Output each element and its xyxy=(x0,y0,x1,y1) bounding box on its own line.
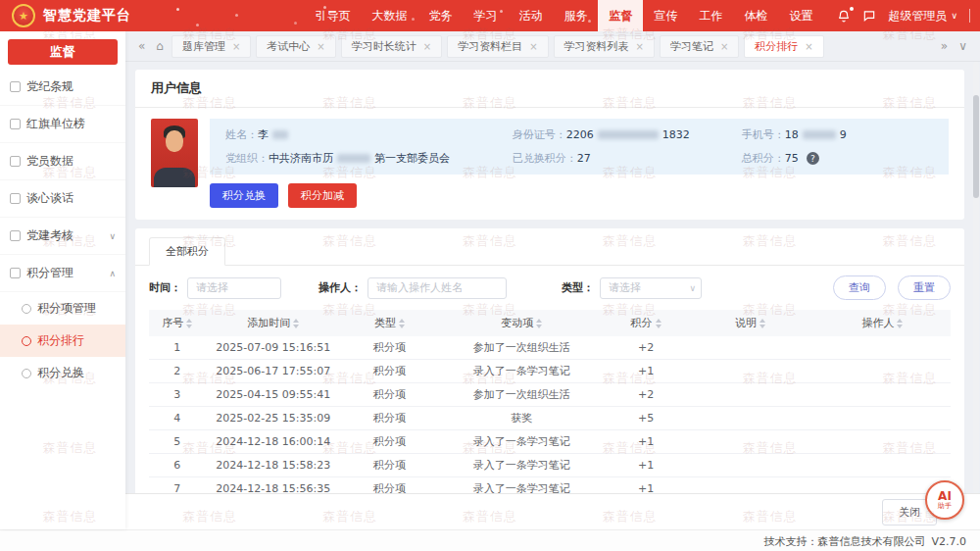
column-header[interactable]: 说明 xyxy=(686,310,814,336)
type-filter-select[interactable]: ∨ xyxy=(600,277,702,299)
workspace-tabs: 题库管理×考试中心×学习时长统计×学习资料栏目×学习资料列表×学习笔记×积分排行… xyxy=(172,35,824,58)
sidebar-item[interactable]: 谈心谈话 xyxy=(0,180,125,218)
vertical-scrollbar[interactable] xyxy=(973,62,979,493)
help-icon[interactable]: ? xyxy=(807,152,819,165)
workspace-tab[interactable]: 学习时长统计× xyxy=(341,35,442,58)
top-nav-item[interactable]: 学习 xyxy=(463,0,508,31)
sidebar-item[interactable]: 党纪条规 xyxy=(0,69,125,106)
workspace-tab[interactable]: 学习笔记× xyxy=(660,35,739,58)
top-nav-item[interactable]: 宣传 xyxy=(643,0,688,31)
workspace-tab[interactable]: 积分排行× xyxy=(744,35,823,58)
sort-desc-icon xyxy=(760,325,765,328)
workspace-tab[interactable]: 学习资料栏目× xyxy=(447,35,548,58)
ai-badge-text: AI xyxy=(938,491,952,502)
field-name: 姓名： 李 xyxy=(225,127,513,142)
sort-icon[interactable] xyxy=(536,319,542,328)
close-tab-icon[interactable]: × xyxy=(423,41,431,52)
user-main: 姓名： 李 身份证号： 2206 1832 xyxy=(210,119,949,208)
column-header[interactable]: 添加时间 xyxy=(205,310,341,336)
top-nav-item[interactable]: 设置 xyxy=(778,0,823,31)
top-nav-item[interactable]: 党务 xyxy=(417,0,463,31)
column-header[interactable]: 变动项 xyxy=(437,310,606,336)
close-tab-icon[interactable]: × xyxy=(529,41,537,52)
sidebar-item[interactable]: 积分管理∧ xyxy=(0,255,125,292)
column-header[interactable]: 积分 xyxy=(606,310,686,336)
name-label: 姓名： xyxy=(225,127,258,142)
top-nav-item[interactable]: 大数据 xyxy=(361,0,417,31)
column-header[interactable]: 序号 xyxy=(149,310,205,336)
tab-all-points[interactable]: 全部积分 xyxy=(149,237,225,266)
sidebar-item[interactable]: 积分兑换 xyxy=(0,357,125,389)
table-cell xyxy=(686,454,814,477)
column-header-label: 类型 xyxy=(374,317,396,329)
search-button[interactable]: 查询 xyxy=(833,276,886,300)
table-cell: 获奖 xyxy=(437,407,606,430)
sort-icon[interactable] xyxy=(399,319,405,328)
operator-filter-input[interactable] xyxy=(368,277,507,299)
table-cell: 录入了一条学习笔记 xyxy=(437,430,606,454)
scroll-tabs-right-icon[interactable]: » xyxy=(938,39,951,53)
sort-icon[interactable] xyxy=(760,319,765,328)
table-cell: 积分项 xyxy=(341,360,437,383)
workspace-tab[interactable]: 题库管理× xyxy=(172,35,251,58)
close-tab-icon[interactable]: × xyxy=(636,41,644,52)
tab-actions-dropdown-icon[interactable]: ∨ xyxy=(956,39,970,53)
menu-item-label: 红旗单位榜 xyxy=(26,116,85,132)
tab-label: 考试中心 xyxy=(267,39,310,54)
time-filter-input[interactable] xyxy=(187,277,281,299)
collapse-tabs-icon[interactable]: « xyxy=(135,39,148,53)
close-tab-icon[interactable]: × xyxy=(805,41,812,52)
menu-item-icon xyxy=(10,268,21,278)
reset-button[interactable]: 重置 xyxy=(898,276,951,300)
table-row[interactable]: 72024-12-18 15:56:35积分项录入了一条学习笔记+1 xyxy=(149,477,951,494)
close-tab-icon[interactable]: × xyxy=(720,41,728,52)
scrollbar-thumb[interactable] xyxy=(973,95,979,198)
top-nav-item[interactable]: 活动 xyxy=(508,0,553,31)
divider xyxy=(969,9,970,23)
table-row[interactable]: 52024-12-18 16:00:14积分项录入了一条学习笔记+1 xyxy=(149,430,951,454)
bell-icon[interactable] xyxy=(837,9,851,23)
top-nav-item[interactable]: 服务 xyxy=(553,0,598,31)
table-row[interactable]: 22025-06-17 17:55:07积分项录入了一条学习笔记+1 xyxy=(149,360,951,383)
table-cell: 2024-12-18 15:56:35 xyxy=(205,477,341,494)
points-subtab-row: 全部积分 xyxy=(135,228,964,266)
top-nav-item[interactable]: 工作 xyxy=(688,0,733,31)
menu-item-icon xyxy=(22,304,31,314)
sort-icon[interactable] xyxy=(656,319,662,328)
org-prefix: 中共济南市历 xyxy=(269,151,333,166)
top-nav-item[interactable]: 体检 xyxy=(733,0,778,31)
column-header[interactable]: 操作人 xyxy=(814,310,951,336)
user-menu[interactable]: 超级管理员 ∨ xyxy=(888,8,957,25)
top-nav-item[interactable]: 监督 xyxy=(598,0,643,31)
sort-icon[interactable] xyxy=(293,319,299,328)
sidebar-item[interactable]: 红旗单位榜 xyxy=(0,106,125,143)
top-nav-item[interactable]: 引导页 xyxy=(304,0,361,31)
sort-desc-icon xyxy=(186,325,192,328)
table-row[interactable]: 42025-02-25 15:35:09积分项获奖+5 xyxy=(149,407,951,430)
field-id-number: 身份证号： 2206 1832 xyxy=(513,127,742,142)
workspace-tab[interactable]: 考试中心× xyxy=(256,35,335,58)
sort-icon[interactable] xyxy=(186,319,192,328)
tab-label: 学习笔记 xyxy=(670,39,713,54)
table-row[interactable]: 62024-12-18 15:58:23积分项录入了一条学习笔记+1 xyxy=(149,454,951,477)
points-exchange-button[interactable]: 积分兑换 xyxy=(210,183,278,208)
type-filter-input[interactable] xyxy=(600,277,702,299)
table-row[interactable]: 12025-07-09 15:16:51积分项参加了一次组织生活+2 xyxy=(149,336,951,360)
points-adjust-button[interactable]: 积分加减 xyxy=(288,183,357,208)
ai-assistant-badge[interactable]: AI 助手 xyxy=(925,480,964,520)
sort-icon[interactable] xyxy=(897,319,903,328)
table-cell: +1 xyxy=(606,360,686,383)
sidebar-item[interactable]: 积分项管理 xyxy=(0,292,125,325)
close-tab-icon[interactable]: × xyxy=(232,41,240,52)
close-tab-icon[interactable]: × xyxy=(317,41,324,52)
sidebar-item[interactable]: 积分排行 xyxy=(0,325,125,357)
home-icon[interactable]: ⌂ xyxy=(153,39,167,53)
workspace-tab[interactable]: 学习资料列表× xyxy=(554,35,655,58)
column-header[interactable]: 类型 xyxy=(341,310,437,336)
support-text: 技术支持：森普信息技术有限公司 xyxy=(763,534,925,549)
table-row[interactable]: 32025-04-15 09:55:41积分项参加了一次组织生活+2 xyxy=(149,383,951,407)
sidebar-item[interactable]: 党员数据 xyxy=(0,143,125,180)
message-icon[interactable] xyxy=(862,9,876,23)
total-label: 总积分： xyxy=(742,151,785,166)
sidebar-item[interactable]: 党建考核∨ xyxy=(0,218,125,255)
